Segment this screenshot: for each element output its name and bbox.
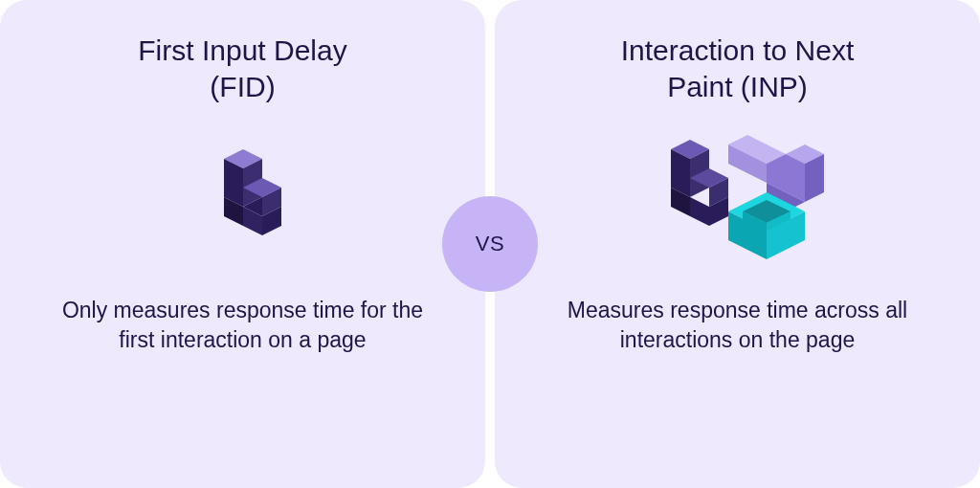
fid-title: First Input Delay (FID) <box>138 33 346 104</box>
fid-card: First Input Delay (FID) Only measures re… <box>0 0 485 488</box>
fid-description: Only measures response time for the firs… <box>61 296 425 355</box>
inp-title: Interaction to Next Paint (INP) <box>621 33 854 104</box>
inp-card: Interaction to Next Paint (INP) <box>495 0 980 488</box>
svg-marker-16 <box>690 197 709 226</box>
inp-description: Measures response time across all intera… <box>556 296 920 355</box>
vs-label: VS <box>476 232 504 256</box>
vs-badge: VS <box>442 196 538 292</box>
inp-cubes-icon <box>642 125 834 269</box>
fid-cube-icon <box>200 125 286 269</box>
